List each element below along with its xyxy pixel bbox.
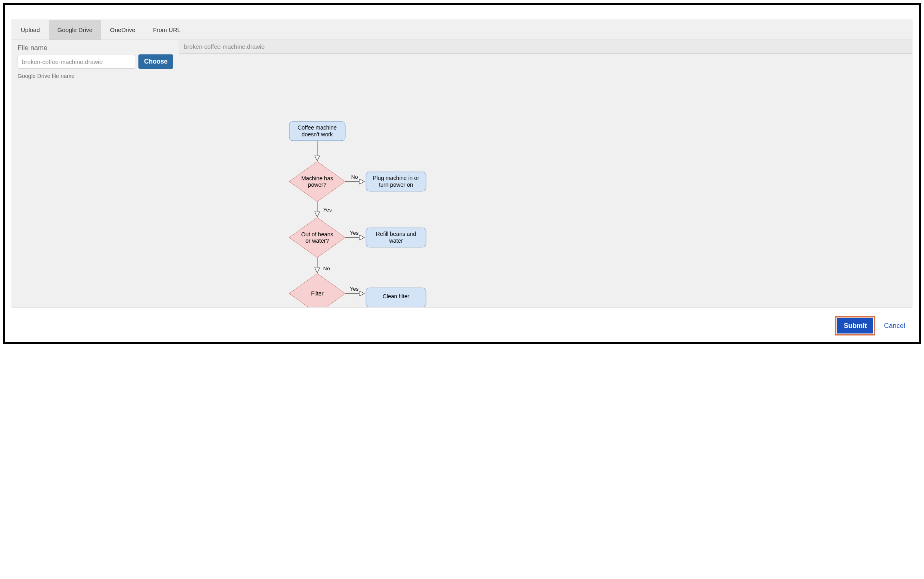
file-row: Choose [18,54,173,69]
node-a1-line2: turn power on [379,182,413,188]
node-a2-line1: Refill beans and [376,231,416,237]
edge-d2-yes-label: Yes [350,230,359,236]
submit-button[interactable]: Submit [837,318,873,333]
content-row: File name Choose Google Drive file name … [12,40,912,307]
file-name-label: File name [18,44,173,52]
cancel-link[interactable]: Cancel [884,322,905,330]
node-a1-line1: Plug machine in or [373,175,419,181]
submit-highlight: Submit [835,316,875,335]
preview-body: Coffee machine doesn't work Machine has … [179,54,912,307]
choose-button[interactable]: Choose [138,54,173,69]
tab-onedrive[interactable]: OneDrive [101,20,144,40]
file-name-helper: Google Drive file name [18,73,173,79]
node-d1-line1: Machine has [301,175,333,182]
flowchart-diagram: Coffee machine doesn't work Machine has … [179,54,539,307]
preview-panel: broken-coffee-machine.drawio Coffee mach… [179,40,912,307]
left-panel: File name Choose Google Drive file name [12,40,179,307]
dialog-frame: Upload Google Drive OneDrive From URL Fi… [3,3,921,344]
tab-google-drive[interactable]: Google Drive [49,20,102,40]
node-start-line2: doesn't work [302,131,333,138]
dialog-area: Upload Google Drive OneDrive From URL Fi… [12,20,912,307]
tabs: Upload Google Drive OneDrive From URL [12,20,912,40]
tab-from-url[interactable]: From URL [144,20,189,40]
edge-d1-no-label: No [351,174,358,180]
tab-upload[interactable]: Upload [12,20,49,40]
node-d2-line2: or water? [306,238,329,244]
file-name-input[interactable] [18,55,135,69]
edge-d2-no-label: No [323,266,330,272]
node-d2-line1: Out of beans [301,231,333,238]
preview-filename: broken-coffee-machine.drawio [179,40,912,54]
node-start-line1: Coffee machine [298,124,337,131]
node-a3-line1: Clean filter [383,293,410,299]
edge-d3-yes-label: Yes [350,286,359,292]
node-d1-line2: power? [308,182,326,188]
dialog-footer: Submit Cancel [12,307,912,338]
node-d3-line1: Filter [311,290,323,297]
edge-d1-yes-label: Yes [323,207,332,213]
node-a2-line2: water [389,238,403,244]
